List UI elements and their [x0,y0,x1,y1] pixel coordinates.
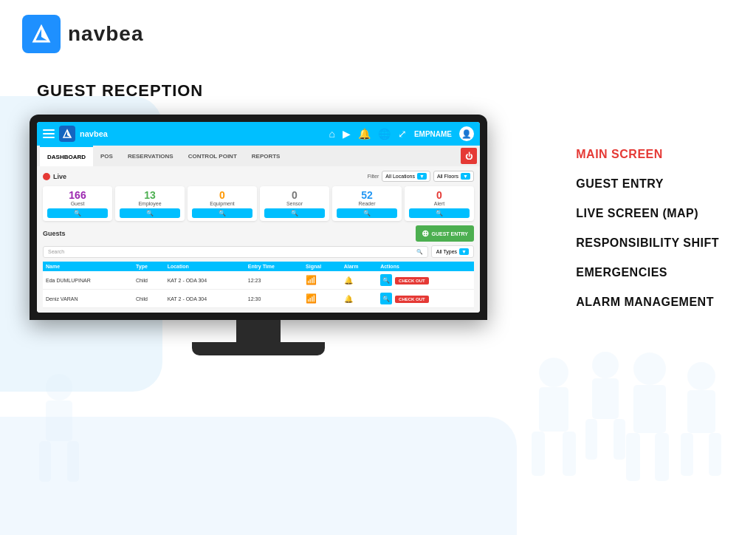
menu-item-main-screen[interactable]: MAIN SCREEN [576,148,719,161]
stat-search-guest[interactable]: 🔍 [47,208,108,218]
guests-table: Name Type Location Entry Time Signal Ala… [43,262,474,308]
logout-icon[interactable]: ⏻ [461,148,477,164]
stat-search-equipment[interactable]: 🔍 [192,208,252,218]
svg-marker-23 [67,130,71,137]
table-row: Eda DUMLUPINAR Child KAT 2 - ODA 304 12:… [43,271,474,290]
monitor-wrapper: navbea ⌂ ▶ 🔔 🌐 ⤢ EMPNAME 👤 DASHBOARD P [30,115,487,355]
app-logo-small [59,126,75,142]
stat-value-sensor: 0 [264,189,325,201]
stat-search-alert[interactable]: 🔍 [409,208,470,218]
menu-item-responsibility-shift[interactable]: RESPONSIBILITY SHIFT [576,236,719,250]
stat-search-reader[interactable]: 🔍 [337,208,397,218]
action-search-btn-0[interactable]: 🔍 [380,274,392,286]
menu-item-alarm-management[interactable]: ALARM MANAGEMENT [576,296,719,309]
stat-card-guest: 166 Guest 🔍 [43,186,112,221]
menu-label-responsibility-shift: RESPONSIBILITY SHIFT [576,236,719,249]
header: navbea [22,15,144,53]
stat-value-alert: 0 [409,189,470,201]
search-icon-guest: 🔍 [74,210,81,217]
search-icon: 🔍 [416,249,423,255]
stat-card-alert: 0 Alert 🔍 [405,186,474,221]
svg-rect-13 [687,390,715,433]
expand-icon[interactable]: ⤢ [398,128,407,140]
monitor-stand-neck [236,320,281,342]
col-alarm: Alarm [341,262,377,271]
screen: navbea ⌂ ▶ 🔔 🌐 ⤢ EMPNAME 👤 DASHBOARD P [37,122,480,313]
play-icon[interactable]: ▶ [343,128,351,140]
app-topbar: navbea ⌂ ▶ 🔔 🌐 ⤢ EMPNAME 👤 [37,122,480,146]
stat-label-equipment: Equipment [192,201,252,206]
type-select[interactable]: All Types ▼ [431,245,474,258]
menu-item-guest-entry[interactable]: GUEST ENTRY [576,177,719,191]
svg-rect-11 [655,433,669,481]
cell-entry-time-1: 12:30 [245,290,303,308]
guest-entry-button[interactable]: ⊕ GUEST ENTRY [416,225,474,242]
tab-dashboard[interactable]: DASHBOARD [40,146,93,166]
svg-rect-9 [633,385,666,433]
svg-point-8 [633,352,666,385]
stat-label-guest: Guest [47,201,108,206]
menu-item-live-screen[interactable]: LIVE SCREEN (MAP) [576,207,719,220]
filter-row: Filter All Locations ▼ All Floors ▼ [368,171,474,182]
stat-label-employee: Employee [120,201,180,206]
cell-actions-0: 🔍 CHECK OUT [377,271,474,290]
app-topbar-left: navbea [43,126,108,142]
tab-reports[interactable]: REPORTS [244,146,288,166]
app-topbar-right: ⌂ ▶ 🔔 🌐 ⤢ EMPNAME 👤 [329,126,474,141]
page-title: GUEST RECEPTION [37,81,203,100]
home-icon[interactable]: ⌂ [329,128,334,140]
live-dot [43,173,50,180]
cell-alarm-0: 🔔 [341,271,377,290]
cell-signal-0: 📶 [303,271,341,290]
svg-rect-14 [681,433,693,476]
stat-search-sensor[interactable]: 🔍 [264,208,325,218]
floor-filter-text: All Floors [437,174,458,179]
bell-icon[interactable]: 🔔 [358,128,371,140]
search-icon-equipment: 🔍 [219,210,226,217]
app-logo-icon [62,129,72,139]
stat-search-employee[interactable]: 🔍 [120,208,180,218]
stat-value-employee: 13 [120,189,180,201]
cell-location-0: KAT 2 - ODA 304 [165,271,245,290]
table-row: Deniz VARAN Child KAT 2 - ODA 304 12:30 … [43,290,474,308]
live-label: Live [53,173,66,180]
logo-box [22,15,61,53]
search-placeholder: Search [48,249,64,254]
cell-type-1: Child [133,290,165,308]
cell-alarm-1: 🔔 [341,290,377,308]
logo-icon [30,22,53,46]
bg-panel-bottom [0,417,517,535]
stat-label-sensor: Sensor [264,201,325,206]
floor-filter[interactable]: All Floors ▼ [433,171,474,182]
checkout-btn-0[interactable]: CHECK OUT [395,277,429,284]
col-entry-time: Entry Time [245,262,303,271]
right-menu: MAIN SCREEN GUEST ENTRY LIVE SCREEN (MAP… [576,148,719,325]
tab-pos[interactable]: POS [93,146,120,166]
logo-text: navbea [68,22,144,46]
svg-rect-10 [626,433,640,481]
menu-label-live-screen: LIVE SCREEN (MAP) [576,207,698,219]
plus-icon: ⊕ [422,228,429,239]
svg-rect-5 [592,378,619,419]
checkout-btn-1[interactable]: CHECK OUT [395,296,429,303]
tab-reservations[interactable]: RESERVATIONS [120,146,181,166]
hamburger-icon[interactable] [43,129,55,138]
live-row: Live Filter All Locations ▼ All Floors ▼ [43,171,474,182]
guests-header: Guests ⊕ GUEST ENTRY [43,225,474,242]
cell-location-1: KAT 2 - ODA 304 [165,290,245,308]
stat-card-employee: 13 Employee 🔍 [115,186,185,221]
guests-title: Guests [43,230,66,237]
stat-card-sensor: 0 Sensor 🔍 [260,186,329,221]
globe-icon[interactable]: 🌐 [378,128,391,140]
search-input[interactable]: Search 🔍 [43,246,428,258]
floor-filter-arrow: ▼ [461,173,470,180]
stat-card-equipment: 0 Equipment 🔍 [188,186,257,221]
table-header-row: Name Type Location Entry Time Signal Ala… [43,262,474,271]
stat-value-guest: 166 [47,189,108,201]
tab-control-point[interactable]: CONTROL POINT [181,146,244,166]
menu-item-emergencies[interactable]: EMERGENCIES [576,266,719,279]
location-filter-arrow: ▼ [417,173,427,180]
action-search-btn-1[interactable]: 🔍 [380,293,392,304]
cell-type-0: Child [133,271,165,290]
location-filter[interactable]: All Locations ▼ [382,171,430,182]
